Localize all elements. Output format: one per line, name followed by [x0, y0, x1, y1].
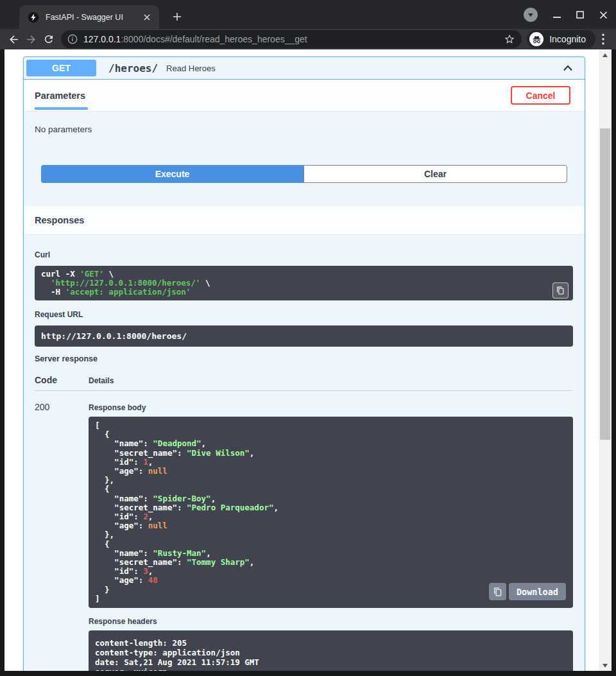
new-tab-button[interactable] [168, 8, 186, 26]
fastapi-favicon-icon [28, 12, 39, 23]
bookmark-star-icon[interactable] [504, 33, 515, 45]
tab-search-button[interactable] [524, 8, 538, 22]
tab-title: FastAPI - Swagger UI [46, 13, 141, 22]
back-button[interactable] [5, 31, 22, 48]
parameters-header-row: Parameters Cancel [24, 80, 585, 112]
execute-button[interactable]: Execute [41, 165, 304, 183]
code-column-header: Code [35, 375, 89, 385]
response-table-header: Code Details [35, 375, 573, 391]
chevron-down-icon [528, 13, 533, 17]
parameters-body: No parameters Execute Clear [24, 112, 585, 206]
url-text: 127.0.0.1:8000/docs#/default/read_heroes… [83, 34, 504, 44]
responses-body: Curl curl -X 'GET' \ 'http://127.0.0.1:8… [24, 235, 585, 671]
request-url-label: Request URL [35, 310, 573, 319]
window-close-button[interactable] [594, 6, 612, 24]
operation-description: Read Heroes [166, 64, 561, 73]
swagger-page: GET /heroes/ Read Heroes Parameters Canc… [4, 49, 599, 671]
responses-heading: Responses [35, 215, 84, 225]
response-body-block: [ { "name": "Deadpond", "secret_name": "… [89, 417, 573, 608]
response-details: Response body [ { "name": "Deadpond", "s… [89, 401, 573, 671]
parameters-tab[interactable]: Parameters [35, 91, 85, 101]
execute-row: Execute Clear [41, 165, 567, 183]
operation-summary[interactable]: GET /heroes/ Read Heroes [24, 57, 585, 80]
download-button[interactable]: Download [509, 583, 566, 600]
curl-command-block: curl -X 'GET' \ 'http://127.0.0.1:8000/h… [35, 266, 573, 300]
forward-button[interactable] [22, 31, 40, 48]
browser-menu-button[interactable] [595, 31, 611, 48]
parameters-tab-underline [35, 107, 88, 110]
clear-button[interactable]: Clear [304, 165, 567, 183]
server-response-label: Server response [35, 354, 573, 363]
url-host: 127.0.0.1 [83, 34, 121, 44]
incognito-icon [529, 32, 543, 46]
scrollbar-down-arrow-icon[interactable] [599, 660, 612, 671]
curl-label: Curl [35, 250, 573, 259]
browser-tab[interactable]: FastAPI - Swagger UI [19, 5, 159, 29]
minimize-button[interactable] [548, 6, 566, 24]
browser-titlebar: FastAPI - Swagger UI [0, 0, 616, 29]
browser-toolbar: 127.0.0.1:8000/docs#/default/read_heroes… [0, 29, 616, 49]
cancel-button[interactable]: Cancel [511, 86, 570, 105]
operation-path: /heroes/ [108, 62, 158, 74]
scrollbar-up-arrow-icon[interactable] [599, 49, 612, 60]
scrollbar-thumb[interactable] [600, 128, 610, 440]
url-path: :8000/docs#/default/read_heroes_heroes__… [121, 34, 307, 44]
operation-block: GET /heroes/ Read Heroes Parameters Canc… [23, 56, 585, 671]
incognito-badge: Incognito [527, 30, 595, 48]
page-scrollbar[interactable] [599, 49, 612, 671]
details-column-header: Details [89, 376, 114, 385]
incognito-label: Incognito [549, 34, 586, 44]
maximize-button[interactable] [571, 6, 589, 24]
response-headers-label: Response headers [89, 617, 573, 626]
method-badge: GET [26, 60, 96, 76]
tab-close-icon[interactable] [141, 12, 153, 23]
response-body-json: [ { "name": "Deadpond", "secret_name": "… [89, 417, 573, 608]
response-body-label: Response body [89, 403, 573, 412]
no-parameters-text: No parameters [35, 125, 574, 134]
copy-curl-button[interactable] [552, 282, 569, 299]
curl-command-text: curl -X 'GET' \ 'http://127.0.0.1:8000/h… [35, 266, 573, 300]
reload-button[interactable] [40, 31, 57, 48]
browser-viewport: GET /heroes/ Read Heroes Parameters Canc… [0, 49, 616, 676]
status-code: 200 [35, 401, 89, 671]
response-row: 200 Response body [ { "name": "Deadpond"… [35, 391, 573, 671]
url-bar[interactable]: 127.0.0.1:8000/docs#/default/read_heroes… [61, 30, 522, 48]
responses-header-row: Responses [24, 206, 585, 235]
window-controls [524, 6, 612, 24]
response-headers-block: content-length: 205content-type: applica… [89, 630, 573, 671]
browser-window: FastAPI - Swagger UI [0, 0, 616, 676]
collapse-chevron-icon[interactable] [561, 62, 574, 74]
request-url-value: http://127.0.0.1:8000/heroes/ [35, 325, 573, 347]
copy-response-button[interactable] [489, 583, 506, 600]
site-info-icon[interactable] [67, 34, 78, 44]
